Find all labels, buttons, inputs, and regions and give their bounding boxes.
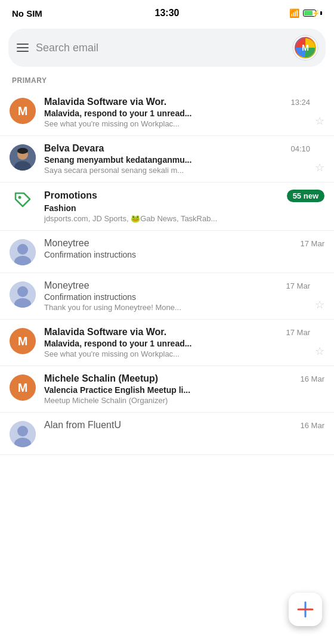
svg-point-8 xyxy=(17,244,28,255)
email-content: Malavida Software via Wor. 17 Mar Malavi… xyxy=(44,327,310,358)
email-time: 13:24 xyxy=(290,98,310,107)
svg-point-11 xyxy=(17,286,28,297)
battery-icon: ⚡ xyxy=(303,10,316,17)
email-sender: Moneytree xyxy=(44,238,296,249)
email-content: Alan from FluentU 16 Mar xyxy=(44,420,324,432)
email-preview: Meetup Michele Schalin (Organizer) xyxy=(44,396,324,405)
star-icon[interactable]: ☆ xyxy=(315,161,324,174)
email-header: Moneytree 17 Mar xyxy=(44,238,324,249)
email-subject: Confirmation instructions xyxy=(44,292,310,302)
email-header: Moneytree 17 Mar xyxy=(44,280,310,291)
email-content: Moneytree 17 Mar Confirmation instructio… xyxy=(44,238,324,261)
email-time: 17 Mar xyxy=(286,281,310,290)
svg-point-6 xyxy=(18,196,21,199)
list-item[interactable]: Alan from FluentU 16 Mar xyxy=(0,413,334,455)
email-content: Promotions 55 new Fashion jdsports.com, … xyxy=(44,190,324,223)
list-item[interactable]: Moneytree 17 Mar Confirmation instructio… xyxy=(0,231,334,273)
battery-tip xyxy=(320,11,322,15)
search-bar[interactable]: Search email M xyxy=(8,29,326,67)
email-subject: Senang menyambut kedatanganmu... xyxy=(44,155,310,165)
list-item[interactable]: Belva Devara 04:10 Senang menyambut keda… xyxy=(0,136,334,182)
email-sender: Belva Devara xyxy=(44,143,286,154)
email-content: Michele Schalin (Meetup) 16 Mar Valencia… xyxy=(44,373,324,405)
avatar: M xyxy=(10,328,36,354)
email-sender: Malavida Software via Wor. xyxy=(44,97,286,107)
email-header: Michele Schalin (Meetup) 16 Mar xyxy=(44,373,324,384)
avatar: M xyxy=(10,98,36,124)
email-content: Moneytree 17 Mar Confirmation instructio… xyxy=(44,280,310,312)
star-icon[interactable]: ☆ xyxy=(315,114,324,128)
star-icon[interactable]: ☆ xyxy=(315,298,324,311)
list-item[interactable]: M Malavida Software via Wor. 17 Mar Mala… xyxy=(0,320,334,366)
email-preview: See what you're missing on Workplac... xyxy=(44,349,310,358)
email-sender: Michele Schalin (Meetup) xyxy=(44,373,296,384)
promotions-tag-icon xyxy=(10,191,36,214)
email-time: 17 Mar xyxy=(301,239,324,248)
list-item[interactable]: Moneytree 17 Mar Confirmation instructio… xyxy=(0,273,334,320)
search-input[interactable]: Search email xyxy=(36,42,286,54)
wifi-icon: 📶 xyxy=(289,8,299,18)
svg-text:M: M xyxy=(302,43,309,52)
list-item[interactable]: M Malavida Software via Wor. 13:24 Malav… xyxy=(0,89,334,136)
time-label: 13:30 xyxy=(155,8,180,18)
avatar xyxy=(10,421,36,447)
email-subject: Confirmation instructions xyxy=(44,250,324,259)
promotions-badge: 55 new xyxy=(287,190,324,202)
email-header: Promotions 55 new xyxy=(44,190,324,202)
avatar xyxy=(10,239,36,265)
email-list: M Malavida Software via Wor. 13:24 Malav… xyxy=(0,89,334,455)
avatar xyxy=(10,144,36,171)
avatar xyxy=(10,281,36,308)
account-avatar[interactable]: M xyxy=(293,36,317,60)
email-time: 16 Mar xyxy=(301,374,324,383)
email-subject: Malavida, respond to your 1 unread... xyxy=(44,109,310,118)
email-subject: Malavida, respond to your 1 unread... xyxy=(44,339,310,348)
svg-point-4 xyxy=(17,148,28,154)
email-subject: Valencia Practice English Meetup li... xyxy=(44,385,324,395)
email-sender: Moneytree xyxy=(44,280,282,291)
email-content: Belva Devara 04:10 Senang menyambut keda… xyxy=(44,143,310,175)
email-header: Belva Devara 04:10 xyxy=(44,143,310,154)
email-time: 04:10 xyxy=(290,144,310,153)
star-icon[interactable]: ☆ xyxy=(315,345,324,358)
status-bar: No SIM 13:30 📶 ⚡ xyxy=(0,0,334,24)
email-header: Malavida Software via Wor. 13:24 xyxy=(44,97,310,107)
email-sender: Promotions xyxy=(44,190,279,201)
email-preview: See what you're missing on Workplac... xyxy=(44,119,310,128)
compose-button[interactable] xyxy=(289,593,322,626)
email-preview: Thank you for using Moneytree! Mone... xyxy=(44,303,310,312)
avatar: M xyxy=(10,374,36,401)
email-sender: Alan from FluentU xyxy=(44,420,296,431)
list-item[interactable]: Promotions 55 new Fashion jdsports.com, … xyxy=(0,182,334,231)
battery-bolt-icon: ⚡ xyxy=(312,10,320,17)
email-header: Alan from FluentU 16 Mar xyxy=(44,420,324,431)
email-time: 16 Mar xyxy=(301,421,324,430)
email-content: Malavida Software via Wor. 13:24 Malavid… xyxy=(44,97,310,128)
status-right: 📶 ⚡ xyxy=(289,8,322,18)
account-avatar-letter: M xyxy=(296,38,315,57)
menu-button[interactable] xyxy=(17,44,29,52)
list-item[interactable]: M Michele Schalin (Meetup) 16 Mar Valenc… xyxy=(0,366,334,413)
email-sender: Malavida Software via Wor. xyxy=(44,327,282,338)
email-header: Malavida Software via Wor. 17 Mar xyxy=(44,327,310,338)
section-label: PRIMARY xyxy=(0,73,334,89)
email-preview: Saya secara personal senang sekali m... xyxy=(44,166,310,175)
svg-point-14 xyxy=(17,426,28,436)
email-preview: jdsports.com, JD Sports, 🐸Gab News, Task… xyxy=(44,214,324,223)
carrier-label: No SIM xyxy=(12,8,42,18)
email-subject: Fashion xyxy=(44,203,324,213)
email-time: 17 Mar xyxy=(286,328,310,337)
